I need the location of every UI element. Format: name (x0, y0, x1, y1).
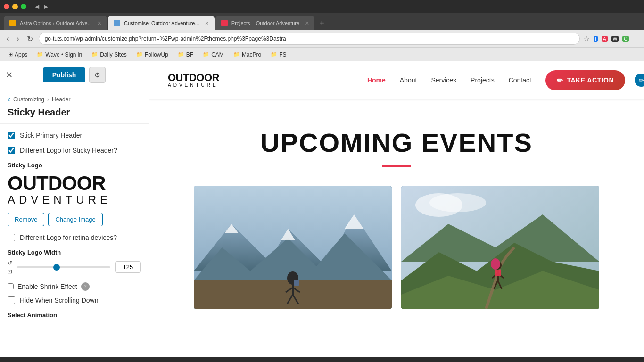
nav-link-about[interactable]: About (400, 76, 417, 84)
svg-point-27 (491, 258, 500, 270)
hide-scrolling-row: Hide When Scrolling Down (8, 296, 141, 304)
extension-icon-1[interactable]: f (594, 36, 598, 42)
new-tab-button[interactable]: + (315, 16, 328, 30)
customizer-body: Stick Primary Header Different Logo for … (0, 124, 149, 357)
enable-shrink-label[interactable]: Enable Shrink Effect (17, 283, 77, 290)
change-image-button[interactable]: Change Image (48, 213, 102, 226)
browser-refresh-button[interactable]: ↻ (25, 33, 35, 44)
enable-shrink-checkbox[interactable] (8, 283, 14, 289)
tab-close-astra[interactable]: × (98, 19, 101, 27)
bookmark-wave[interactable]: 📁 Wave • Sign in (33, 50, 86, 59)
apps-icon: ⊞ (8, 51, 13, 58)
logo-width-input[interactable]: 125 (115, 261, 141, 273)
logo-adventure-text: ADVENTURE (8, 193, 141, 207)
close-window-btn[interactable] (4, 4, 9, 9)
folder-icon-fs: 📁 (271, 51, 277, 58)
bookmark-followup-label: FollowUp (145, 51, 168, 58)
folder-icon-daily: 📁 (91, 51, 98, 58)
event-image-1-svg (194, 186, 392, 309)
bookmark-fs[interactable]: 📁 FS (267, 50, 290, 59)
bookmark-bf[interactable]: 📁 BF (174, 50, 197, 59)
bookmark-bf-label: BF (186, 51, 193, 58)
main-area: ✕ Publish ⚙ ‹ Customizing › Header Stick… (0, 61, 644, 357)
remove-logo-button[interactable]: Remove (8, 213, 44, 226)
bookmark-wave-label: Wave • Sign in (45, 51, 82, 58)
bookmark-macpro[interactable]: 📁 MacPro (230, 50, 265, 59)
tab-astra[interactable]: Astra Options ‹ Outdoor Adve... × (4, 16, 107, 30)
section-title: Sticky Header (0, 106, 149, 123)
different-logo-row: Different Logo for Sticky Header? (8, 147, 141, 154)
nav-link-home[interactable]: Home (367, 76, 386, 84)
folder-icon-wave: 📁 (37, 51, 43, 58)
enable-shrink-row: Enable Shrink Effect ? (8, 282, 141, 291)
tab-projects[interactable]: Projects – Outdoor Adventure × (215, 16, 315, 30)
browser-window: ◀ ▶ Astra Options ‹ Outdoor Adve... × Cu… (0, 0, 644, 61)
slider-responsive-icon[interactable]: ⊡ (8, 268, 12, 275)
tab-label-astra: Astra Options ‹ Outdoor Adve... (20, 20, 92, 26)
different-retina-label[interactable]: Different Logo for retina devices? (20, 234, 117, 241)
nav-link-projects[interactable]: Projects (471, 76, 495, 84)
tab-close-projects[interactable]: × (305, 19, 309, 27)
traffic-lights (4, 4, 26, 9)
customizer-panel: ✕ Publish ⚙ ‹ Customizing › Header Stick… (0, 61, 149, 357)
customizer-close-button[interactable]: ✕ (6, 70, 13, 80)
address-text: go-tuts.com/wp-admin/customize.php?retur… (45, 35, 286, 42)
bookmark-apps[interactable]: ⊞ Apps (5, 50, 31, 59)
svg-rect-26 (495, 270, 501, 276)
extension-icon-4[interactable]: G (622, 36, 629, 42)
enable-shrink-help-icon[interactable]: ? (81, 282, 90, 291)
stick-primary-header-label[interactable]: Stick Primary Header (20, 132, 82, 139)
omnibar-icons: ☆ f A W G ⋮ (584, 35, 639, 42)
address-bar[interactable]: go-tuts.com/wp-admin/customize.php?retur… (39, 33, 580, 45)
different-logo-label[interactable]: Different Logo for Sticky Header? (20, 147, 117, 154)
cta-button[interactable]: ✏ TAKE ACTION (545, 70, 625, 90)
folder-icon-bf: 📁 (178, 51, 184, 58)
website-preview: OUTDOOR ADVENTURE Home About Services Pr… (149, 61, 644, 357)
extension-icon-3[interactable]: W (611, 36, 619, 42)
bookmark-cam-label: CAM (211, 51, 224, 58)
nav-link-contact[interactable]: Contact (509, 76, 531, 84)
different-retina-row: Different Logo for retina devices? (8, 234, 141, 241)
site-logo-main: OUTDOOR (168, 73, 219, 83)
upcoming-events-heading: UPCOMING EVENTS (168, 127, 625, 158)
sticky-logo-display: OUTDOOR ADVENTURE (8, 173, 141, 207)
extension-icon-5[interactable]: ⋮ (633, 35, 639, 42)
bookmark-followup[interactable]: 📁 FollowUp (132, 50, 172, 59)
select-animation-label: Select Animation (8, 312, 141, 319)
nav-link-services[interactable]: Services (431, 76, 456, 84)
stick-primary-header-checkbox[interactable] (8, 132, 15, 139)
customizer-header: ✕ Publish ⚙ ‹ Customizing › Header Stick… (0, 61, 149, 124)
tab-favicon-projects (221, 20, 228, 26)
back-nav-icon[interactable]: ◀ (35, 3, 39, 10)
different-logo-checkbox[interactable] (8, 147, 15, 154)
bookmark-cam[interactable]: 📁 CAM (199, 50, 228, 59)
minimize-window-btn[interactable] (12, 4, 18, 9)
extension-icon-2[interactable]: A (602, 36, 608, 42)
forward-nav-icon[interactable]: ▶ (44, 3, 48, 10)
publish-button[interactable]: Publish (43, 67, 86, 82)
stick-primary-header-row: Stick Primary Header (8, 132, 141, 139)
bookmark-daily-label: Daily Sites (100, 51, 127, 58)
hide-scrolling-checkbox[interactable] (8, 296, 15, 304)
different-retina-checkbox[interactable] (8, 234, 15, 241)
sticky-logo-width-label: Sticky Logo Width (8, 249, 141, 256)
title-bar-icons: ◀ ▶ (35, 3, 48, 10)
tab-bar: Astra Options ‹ Outdoor Adve... × Custom… (0, 13, 644, 30)
event-image-2 (401, 186, 599, 309)
slider-row: ↺ ⊡ 125 (8, 260, 141, 275)
customizer-settings-button[interactable]: ⚙ (89, 67, 106, 83)
header-edit-pencil-icon[interactable]: ✏ (635, 74, 644, 87)
bookmark-star-icon[interactable]: ☆ (584, 35, 590, 42)
tab-close-customise[interactable]: × (205, 19, 209, 27)
browser-back-button[interactable]: ‹ (5, 33, 11, 44)
hide-scrolling-label[interactable]: Hide When Scrolling Down (20, 296, 99, 304)
back-arrow-icon[interactable]: ‹ (8, 94, 10, 104)
maximize-window-btn[interactable] (21, 4, 26, 9)
logo-width-slider[interactable] (17, 266, 110, 268)
cta-label: TAKE ACTION (567, 76, 614, 84)
heading-underline (382, 165, 411, 167)
slider-reset-icon[interactable]: ↺ (8, 260, 12, 266)
bookmark-daily-sites[interactable]: 📁 Daily Sites (88, 50, 131, 59)
tab-customise[interactable]: Customise: Outdoor Adventure... × (108, 16, 215, 30)
browser-forward-button[interactable]: › (15, 33, 21, 44)
